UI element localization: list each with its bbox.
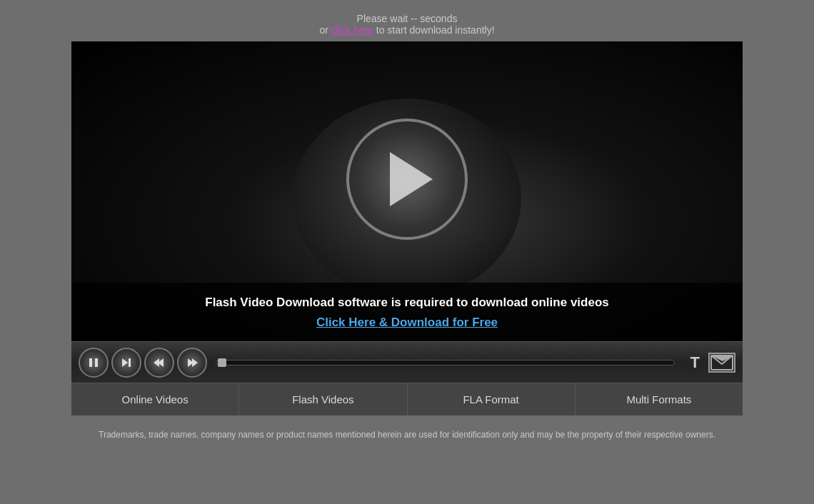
svg-marker-7 bbox=[192, 358, 198, 367]
mail-icon bbox=[710, 355, 733, 371]
tab-flash-videos[interactable]: Flash Videos bbox=[239, 383, 407, 415]
after-click-text: to start download instantly! bbox=[373, 24, 495, 36]
legal-footer: Trademarks, trade names, company names o… bbox=[0, 415, 814, 441]
tab-multi-formats[interactable]: Multi Formats bbox=[576, 383, 743, 415]
step-forward-button[interactable] bbox=[111, 348, 141, 378]
text-icon[interactable]: T bbox=[688, 351, 703, 375]
video-area: Flash Video Download software is require… bbox=[71, 41, 743, 341]
rewind-icon bbox=[154, 357, 165, 368]
svg-rect-3 bbox=[129, 358, 131, 367]
rewind-button[interactable] bbox=[144, 348, 174, 378]
player-container: Flash Video Download software is require… bbox=[71, 41, 743, 415]
progress-indicator bbox=[218, 358, 226, 367]
step-forward-icon bbox=[121, 357, 132, 368]
play-button[interactable] bbox=[346, 119, 468, 240]
click-download-link[interactable]: Click Here & Download for Free bbox=[316, 316, 498, 329]
or-text: or bbox=[319, 24, 331, 36]
overlay-text-area: Flash Video Download software is require… bbox=[71, 283, 743, 341]
click-here-link[interactable]: click here bbox=[331, 24, 373, 36]
right-controls: T bbox=[688, 351, 735, 375]
tab-fla-format[interactable]: FLA Format bbox=[408, 383, 576, 415]
fast-forward-button[interactable] bbox=[177, 348, 207, 378]
progress-bar[interactable] bbox=[216, 360, 675, 366]
svg-rect-8 bbox=[711, 356, 733, 370]
play-triangle-icon bbox=[390, 152, 433, 206]
mail-button[interactable] bbox=[708, 353, 735, 373]
svg-rect-0 bbox=[89, 358, 92, 367]
top-bar: Please wait -- seconds or click here to … bbox=[0, 0, 814, 41]
footer-tabs: Online Videos Flash Videos FLA Format Mu… bbox=[71, 383, 743, 415]
svg-marker-5 bbox=[154, 358, 159, 367]
flash-required-text: Flash Video Download software is require… bbox=[86, 296, 728, 310]
tab-online-videos[interactable]: Online Videos bbox=[71, 383, 239, 415]
pause-button[interactable] bbox=[79, 348, 109, 378]
controls-bar: T bbox=[71, 341, 743, 383]
pause-icon bbox=[88, 357, 99, 368]
svg-marker-2 bbox=[122, 358, 128, 367]
svg-rect-1 bbox=[95, 358, 98, 367]
fast-forward-icon bbox=[186, 357, 198, 368]
legal-text: Trademarks, trade names, company names o… bbox=[99, 430, 715, 440]
wait-text: Please wait -- seconds bbox=[357, 13, 458, 24]
